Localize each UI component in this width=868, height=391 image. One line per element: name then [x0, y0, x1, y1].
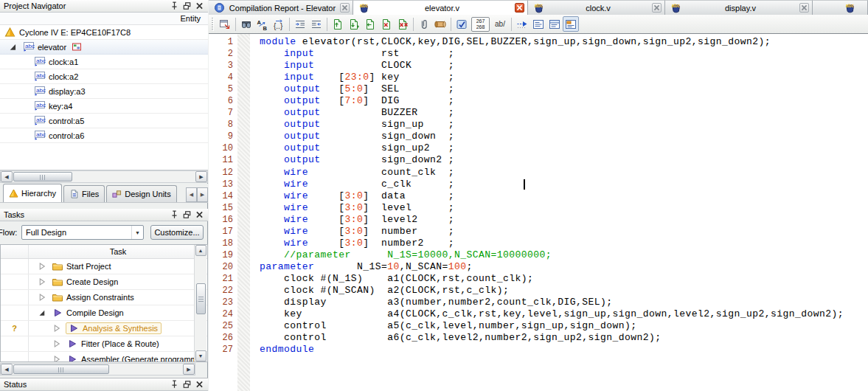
match-brace-button[interactable]: {..} — [271, 16, 287, 32]
tree-item-control-a6[interactable]: abccontrol:a6 — [0, 128, 208, 143]
editor-tab-compilation-report-elevator[interactable]: Compilation Report - Elevator — [209, 0, 353, 15]
scroll-left-icon[interactable]: ◀ — [1, 364, 13, 375]
view-combined-button[interactable] — [563, 16, 579, 32]
scroll-thumb[interactable] — [13, 172, 72, 181]
scroll-thumb[interactable] — [13, 364, 109, 374]
editor-tab-elevator-v[interactable]: abcelevator.v — [353, 0, 528, 15]
gutter-gap — [233, 119, 260, 131]
tab-close-icon[interactable] — [340, 3, 350, 13]
scroll-up-icon[interactable]: ▲ — [195, 245, 206, 256]
tab-close-icon[interactable] — [799, 3, 809, 13]
task-row-start-project[interactable]: Start Project — [1, 259, 207, 274]
task-row-fitter-place-route-[interactable]: Fitter (Place & Route) — [1, 336, 207, 352]
tree-item-clock-a2[interactable]: abcclock:a2 — [0, 69, 208, 84]
scroll-right-icon[interactable]: ▶ — [183, 364, 195, 375]
editor-tab-partial[interactable]: abc — [813, 0, 868, 15]
pin-icon[interactable] — [170, 380, 179, 389]
svg-text:abc: abc — [36, 131, 46, 138]
analyze-current-file-button[interactable] — [454, 16, 470, 32]
float-icon[interactable] — [182, 210, 192, 219]
tab-label: Compilation Report - Elevator — [227, 4, 338, 13]
close-icon[interactable] — [195, 210, 204, 219]
tree-item-key-a4[interactable]: abckey:a4 — [0, 99, 208, 114]
task-row-assembler-generate-programmi[interactable]: Assembler (Generate programmi — [1, 352, 207, 362]
code-line: 26 control a6(c_clk,level2,number2,sign_… — [209, 332, 868, 344]
task-row-analysis-synthesis[interactable]: ?Analysis & Synthesis — [1, 321, 207, 336]
float-icon[interactable] — [182, 380, 192, 389]
task-gutter — [1, 336, 29, 351]
code-text: input rst ; — [260, 48, 454, 60]
tree-item-elevator[interactable]: abcelevator — [0, 40, 208, 55]
line-number: 15 — [209, 202, 233, 214]
tab-hierarchy[interactable]: Hierarchy — [3, 184, 62, 202]
attach-note-button[interactable] — [416, 16, 432, 32]
view-list-button[interactable] — [530, 16, 546, 32]
task-row-assign-constraints[interactable]: Assign Constraints — [1, 290, 207, 305]
line-number: 25 — [209, 320, 233, 332]
tree-item-cyclone-iv-e-ep4ce10f17c8[interactable]: Cyclone IV E: EP4CE10F17C8 — [0, 25, 208, 40]
bookmark-next-button[interactable] — [346, 16, 362, 32]
view-split-button[interactable] — [546, 16, 563, 32]
bookmark-toggle-button[interactable] — [330, 16, 346, 32]
task-row-create-design[interactable]: Create Design — [1, 274, 207, 290]
verilog-icon: abc — [670, 2, 681, 13]
folder-icon — [52, 277, 63, 286]
line-number: 19 — [209, 249, 233, 261]
replace-button[interactable]: AB — [254, 16, 271, 32]
svg-text:abc: abc — [36, 102, 46, 108]
scroll-thumb[interactable] — [196, 283, 206, 314]
code-line: 8 output sign_up ; — [209, 119, 868, 131]
bookmark-delete-all-button[interactable] — [395, 16, 411, 32]
entity-column-header[interactable]: Entity — [0, 13, 208, 25]
float-icon[interactable] — [182, 1, 192, 10]
code-text: input [23:0] key ; — [260, 72, 454, 83]
editor-tab-clock-v[interactable]: abcclock.v — [528, 0, 665, 15]
verilog-icon: abc — [358, 2, 369, 13]
insert-template-button[interactable] — [432, 16, 448, 32]
bookmark-previous-button[interactable] — [362, 16, 378, 32]
gutter-gap — [233, 142, 260, 154]
outdent-button[interactable] — [308, 16, 324, 32]
bookmark-delete-button[interactable] — [378, 16, 395, 32]
find-button[interactable] — [238, 16, 254, 32]
pin-icon[interactable] — [170, 210, 179, 219]
code-editor[interactable]: 1module elevator(rst,CLOCK,key,DIG,SEL,B… — [209, 33, 868, 391]
scroll-left-icon[interactable]: ◀ — [1, 171, 13, 182]
tabs-scroll-right-icon[interactable]: ▶ — [197, 187, 208, 202]
tab-files[interactable]: Files — [63, 185, 105, 202]
task-vscrollbar[interactable]: ▲ ▼ — [194, 245, 206, 361]
line-count-indicator: 267268 — [471, 17, 490, 32]
tree-item-control-a5[interactable]: abccontrol:a5 — [0, 114, 208, 128]
customize-button[interactable]: Customize... — [150, 225, 204, 240]
tree-item-display-a3[interactable]: abcdisplay:a3 — [0, 84, 208, 99]
tasks-hscrollbar[interactable]: ◀ ▶ — [0, 363, 195, 376]
open-in-main-window-button[interactable] — [217, 16, 233, 32]
comment-button[interactable]: ab/ — [491, 16, 509, 32]
close-icon[interactable] — [195, 380, 204, 389]
view-combined-icon — [565, 18, 577, 30]
code-line: 1module elevator(rst,CLOCK,key,DIG,SEL,B… — [209, 36, 868, 48]
task-label: Assembler (Generate programmi — [81, 355, 199, 362]
tab-design-units[interactable]: Design Units — [106, 185, 176, 202]
flow-select[interactable]: Full Design ▼ — [21, 225, 144, 240]
tab-close-icon[interactable] — [515, 3, 524, 13]
navigator-hscrollbar[interactable]: ◀ ▶ — [0, 170, 208, 183]
task-row-compile-design[interactable]: Compile Design — [1, 305, 207, 321]
scroll-right-icon[interactable]: ▶ — [195, 171, 207, 182]
tree-item-clock-a1[interactable]: abcclock:a1 — [0, 55, 208, 69]
pin-icon[interactable] — [170, 1, 179, 10]
status-titlebar: Status — [0, 378, 208, 391]
goto-button[interactable] — [514, 16, 530, 32]
toolbar-grip[interactable] — [212, 18, 214, 31]
abc-icon: abc — [33, 72, 46, 81]
scroll-down-icon[interactable]: ▼ — [195, 350, 206, 361]
chevron-down-icon[interactable]: ▼ — [131, 226, 143, 239]
tab-close-icon[interactable] — [652, 3, 662, 13]
close-icon[interactable] — [195, 1, 204, 10]
attach-note-icon — [418, 18, 430, 30]
editor-tab-display-v[interactable]: abcdisplay.v — [665, 0, 813, 15]
tabs-scroll-left-icon[interactable]: ◀ — [186, 187, 197, 202]
indent-button[interactable] — [292, 16, 308, 32]
code-line: 27endmodule — [209, 344, 868, 356]
task-column-header[interactable]: Task — [29, 245, 207, 258]
